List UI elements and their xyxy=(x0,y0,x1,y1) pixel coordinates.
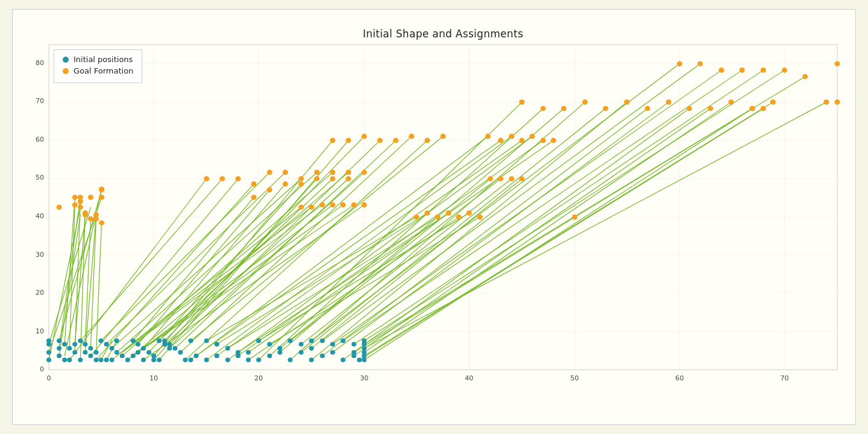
svg-point-281 xyxy=(529,134,535,139)
svg-point-234 xyxy=(235,176,241,181)
svg-point-154 xyxy=(120,353,125,358)
svg-point-212 xyxy=(362,346,366,351)
svg-point-220 xyxy=(88,216,93,222)
svg-point-172 xyxy=(178,350,183,355)
svg-point-254 xyxy=(314,176,319,181)
svg-point-211 xyxy=(362,342,366,347)
svg-point-301 xyxy=(761,68,766,73)
chart-container: Initial Shape and Assignments .axis-labe… xyxy=(12,9,856,425)
svg-point-256 xyxy=(346,176,351,181)
svg-point-151 xyxy=(110,357,115,362)
svg-point-292 xyxy=(677,61,682,66)
svg-point-180 xyxy=(215,353,219,358)
svg-text:10: 10 xyxy=(36,327,44,335)
svg-point-206 xyxy=(351,342,356,347)
svg-point-202 xyxy=(330,342,335,347)
svg-point-148 xyxy=(104,342,109,347)
svg-point-247 xyxy=(351,203,357,208)
svg-point-289 xyxy=(624,99,629,105)
svg-point-239 xyxy=(298,204,304,210)
svg-point-170 xyxy=(167,342,172,347)
svg-point-252 xyxy=(283,181,288,187)
svg-point-267 xyxy=(440,134,445,139)
svg-point-279 xyxy=(519,138,524,143)
svg-point-262 xyxy=(409,134,414,139)
svg-point-189 xyxy=(267,342,272,347)
svg-point-165 xyxy=(157,338,162,343)
svg-point-246 xyxy=(346,170,351,175)
svg-point-166 xyxy=(157,357,162,362)
svg-point-137 xyxy=(72,350,77,355)
svg-text:10: 10 xyxy=(149,374,158,382)
svg-point-216 xyxy=(57,204,62,210)
svg-point-143 xyxy=(88,353,93,358)
svg-point-304 xyxy=(782,68,787,73)
svg-point-296 xyxy=(719,68,724,73)
svg-point-152 xyxy=(115,350,119,355)
svg-point-181 xyxy=(225,346,230,351)
svg-point-253 xyxy=(298,181,304,187)
svg-point-147 xyxy=(99,357,104,362)
svg-point-245 xyxy=(340,203,345,208)
svg-point-168 xyxy=(162,338,167,343)
svg-point-287 xyxy=(582,99,588,105)
svg-point-193 xyxy=(288,338,292,343)
svg-point-138 xyxy=(78,338,83,343)
svg-point-295 xyxy=(708,106,713,112)
svg-point-235 xyxy=(251,181,257,187)
svg-point-160 xyxy=(141,346,146,351)
svg-point-217 xyxy=(72,195,78,200)
legend-dot-initial xyxy=(63,57,69,63)
svg-point-130 xyxy=(57,346,61,351)
svg-point-190 xyxy=(267,353,272,358)
svg-point-150 xyxy=(110,346,115,351)
svg-text:40: 40 xyxy=(465,374,473,382)
svg-point-214 xyxy=(362,353,366,358)
svg-point-232 xyxy=(204,176,209,181)
svg-point-264 xyxy=(424,138,430,143)
svg-point-278 xyxy=(519,99,524,105)
legend-item-initial: Initial positions xyxy=(63,55,133,64)
svg-point-303 xyxy=(770,99,776,105)
svg-point-300 xyxy=(750,106,755,112)
svg-point-215 xyxy=(362,357,366,362)
svg-point-140 xyxy=(83,342,87,347)
svg-point-136 xyxy=(72,342,77,347)
svg-point-237 xyxy=(283,170,288,175)
svg-point-224 xyxy=(99,195,104,200)
svg-point-196 xyxy=(299,350,304,355)
svg-point-132 xyxy=(62,342,67,347)
svg-point-127 xyxy=(46,357,51,362)
svg-point-204 xyxy=(341,338,345,343)
svg-point-255 xyxy=(330,176,335,181)
svg-point-276 xyxy=(509,134,514,139)
svg-point-288 xyxy=(603,106,608,112)
svg-point-195 xyxy=(299,342,304,347)
svg-text:40: 40 xyxy=(36,212,44,220)
svg-point-171 xyxy=(172,346,177,351)
svg-text:20: 20 xyxy=(254,374,263,382)
svg-point-133 xyxy=(62,357,67,362)
svg-point-263 xyxy=(414,215,419,220)
svg-text:50: 50 xyxy=(570,374,579,382)
svg-point-129 xyxy=(57,338,61,343)
svg-point-149 xyxy=(104,357,109,362)
svg-point-205 xyxy=(341,357,345,362)
svg-point-260 xyxy=(377,138,383,143)
legend-label-goal: Goal Formation xyxy=(74,66,133,75)
svg-point-179 xyxy=(215,342,219,347)
svg-point-192 xyxy=(277,350,282,355)
svg-point-163 xyxy=(151,353,156,358)
svg-point-282 xyxy=(540,106,546,112)
svg-point-208 xyxy=(351,353,356,358)
svg-point-223 xyxy=(93,216,99,222)
svg-point-275 xyxy=(498,176,503,181)
svg-point-142 xyxy=(88,346,93,351)
svg-point-297 xyxy=(728,99,734,105)
svg-point-280 xyxy=(519,176,524,181)
svg-point-144 xyxy=(93,350,98,355)
svg-point-184 xyxy=(236,353,241,358)
svg-point-269 xyxy=(456,215,462,220)
svg-point-174 xyxy=(188,338,193,343)
svg-point-161 xyxy=(141,357,146,362)
